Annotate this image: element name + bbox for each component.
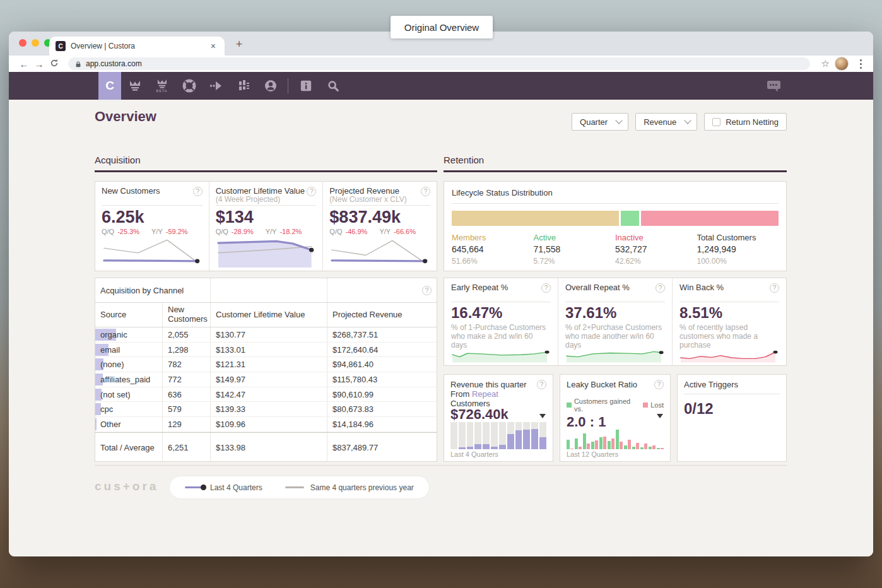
nav-search[interactable]	[319, 72, 346, 100]
nav-pipeline[interactable]	[230, 72, 257, 100]
current-series-swatch	[185, 486, 204, 488]
channel-source-cell: cpc	[95, 402, 162, 416]
revenue-bar-chart	[450, 422, 546, 449]
lifecycle-card: Lifecycle Status Distribution Members 64…	[444, 181, 787, 271]
lifecycle-stat-active: Active 71,558 5.72%	[534, 233, 616, 266]
acquisition-section: Acquisition New Customers 6.25k Q/Q-25.3…	[95, 155, 437, 462]
revenue-bar	[450, 422, 457, 449]
metric-value: 2.0 : 1	[567, 414, 664, 430]
metric-value: 6.25k	[102, 208, 203, 226]
gained-lost-pair	[591, 430, 598, 449]
help-icon[interactable]	[654, 380, 664, 389]
help-icon[interactable]	[770, 283, 779, 293]
back-icon[interactable]: ←	[16, 59, 32, 69]
bookmark-star-icon[interactable]: ☆	[821, 58, 830, 69]
return-netting-toggle[interactable]: Return Netting	[704, 113, 787, 131]
lifecycle-title: Lifecycle Status Distribution	[452, 188, 779, 197]
nav-segments[interactable]	[175, 72, 203, 100]
metric-overall-repeat: Overall Repeat % 37.61% % of 2+Purchase …	[558, 278, 672, 365]
url-text: app.custora.com	[86, 59, 142, 68]
channel-projected-revenue-cell: $94,861.40	[327, 357, 437, 372]
leaky-bucket-chart	[567, 430, 664, 449]
leaky-legend: Customers gained vs. Lost	[567, 397, 664, 413]
forward-icon[interactable]: →	[32, 59, 47, 69]
gained-lost-pair	[616, 430, 623, 449]
nav-metrics-beta[interactable]: BETA	[148, 72, 175, 100]
revenue-bar	[531, 422, 538, 449]
previous-series-swatch	[285, 486, 304, 488]
channel-source-cell: affiliates_paid	[95, 372, 162, 387]
reload-icon[interactable]	[47, 59, 62, 69]
chat-icon[interactable]	[767, 79, 782, 93]
channel-clv-cell: $149.97	[210, 372, 327, 387]
column-header-source[interactable]: Source	[95, 303, 162, 327]
channel-clv-cell: $130.77	[210, 327, 327, 342]
nav-metrics[interactable]	[121, 72, 148, 100]
chevron-down-icon	[685, 117, 691, 124]
metric-select[interactable]: Revenue	[635, 113, 697, 131]
revenue-bar	[459, 422, 466, 449]
gained-lost-pair	[575, 430, 582, 449]
revenue-bar	[515, 422, 522, 449]
leaky-bucket-card: Leaky Bucket Ratio Customers gained vs. …	[560, 374, 671, 462]
sparkline-chart	[329, 235, 430, 268]
gained-lost-pair	[649, 430, 656, 449]
help-icon[interactable]	[541, 283, 551, 293]
channel-new-customers-cell: 2,055	[162, 327, 210, 342]
app-navbar: C BETA	[9, 72, 873, 100]
sparkline-chart	[451, 350, 551, 363]
help-icon[interactable]	[422, 286, 432, 295]
help-icon[interactable]	[193, 187, 203, 196]
repeat-metrics-card: Early Repeat % 16.47% % of 1-Purchase Cu…	[444, 278, 787, 366]
info-icon	[300, 79, 312, 92]
column-header-projected-revenue[interactable]: Projected Revenue	[327, 303, 437, 327]
channel-row: email1,298$133.01$172,640.64	[95, 343, 437, 358]
help-icon[interactable]	[421, 187, 430, 196]
revenue-bar	[467, 422, 474, 449]
browser-menu-icon[interactable]	[856, 58, 866, 70]
custora-logo-icon: C	[105, 79, 114, 93]
metric-value: 16.47%	[451, 305, 551, 321]
funnel-chart-beta-icon	[156, 79, 168, 88]
nav-overview[interactable]: C	[98, 72, 121, 100]
channel-row: (none)782$121.31$94,861.40	[95, 357, 437, 372]
metric-clv: Customer Lifetime Value (4 Week Projecte…	[209, 182, 323, 271]
browser-tab[interactable]: C Overview | Custora ×	[49, 37, 225, 56]
minimize-window-button[interactable]	[32, 39, 39, 47]
nav-profiles[interactable]	[257, 72, 284, 100]
url-field[interactable]: app.custora.com	[68, 57, 810, 70]
channel-row: cpc579$139.33$80,673.83	[95, 402, 437, 417]
tab-close-icon[interactable]: ×	[208, 41, 218, 51]
help-icon[interactable]	[656, 283, 665, 293]
gained-lost-pair	[657, 430, 664, 449]
lifecycle-stacked-bar	[452, 211, 779, 226]
nav-flows[interactable]	[203, 72, 230, 100]
profile-avatar[interactable]	[835, 57, 849, 71]
help-icon[interactable]	[537, 380, 546, 389]
sparkline-chart	[102, 235, 203, 268]
revenue-bar	[539, 422, 546, 449]
new-tab-button[interactable]: +	[231, 38, 247, 51]
sparkline-chart	[216, 235, 317, 268]
pipeline-bars-icon	[237, 79, 250, 93]
return-netting-checkbox[interactable]	[712, 118, 720, 126]
channel-clv-cell: $121.31	[210, 357, 327, 372]
help-icon[interactable]	[307, 187, 316, 196]
close-window-button[interactable]	[19, 39, 26, 47]
gained-lost-pair	[640, 430, 647, 449]
screenshot-label: Original Overview	[391, 16, 493, 38]
nav-info[interactable]	[292, 72, 319, 100]
channel-projected-revenue-cell: $80,673.83	[327, 402, 437, 416]
channel-new-customers-cell: 129	[162, 417, 210, 432]
chart-dropdown-icon[interactable]	[657, 414, 663, 418]
metric-win-back: Win Back % 8.51% % of recently lapsed cu…	[672, 278, 786, 365]
period-select[interactable]: Quarter	[572, 113, 628, 131]
column-header-clv[interactable]: Customer Lifetime Value	[210, 303, 327, 327]
channel-clv-cell: $133.01	[210, 343, 327, 357]
sparkline-chart	[679, 350, 779, 363]
chart-dropdown-icon[interactable]	[539, 414, 546, 418]
column-header-new-customers[interactable]: New Customers	[162, 303, 210, 327]
dashboard: Overview Quarter Revenue Return Netting …	[9, 100, 873, 556]
channel-row: affiliates_paid772$149.97$115,780.43	[95, 372, 437, 387]
channel-clv-cell: $142.47	[210, 387, 327, 402]
